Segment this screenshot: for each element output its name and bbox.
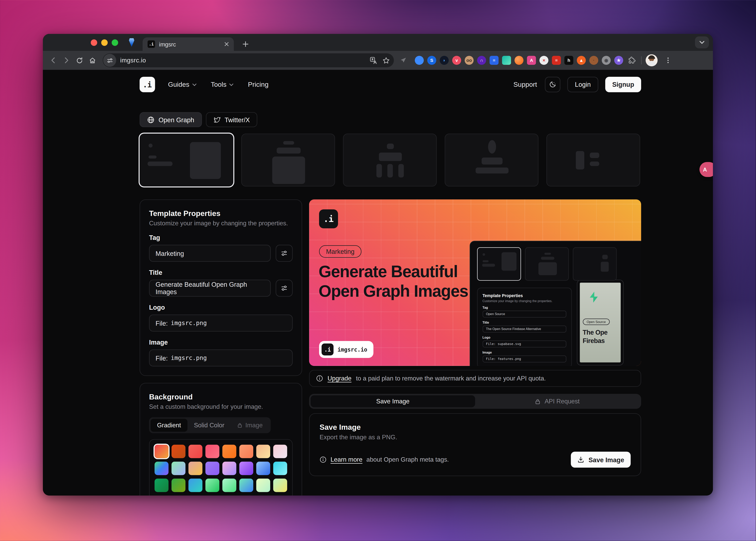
- imgsrc-logo[interactable]: .i: [140, 77, 155, 92]
- gradient-swatch-2[interactable]: [172, 445, 186, 458]
- gradient-swatch-17[interactable]: [155, 479, 169, 492]
- template-thumbnail-1[interactable]: [140, 134, 233, 187]
- gradient-swatch-21[interactable]: [222, 479, 236, 492]
- gradient-swatch-20[interactable]: [205, 479, 219, 492]
- preview-title: Generate Beautiful Open Graph Images: [319, 262, 468, 301]
- gradient-swatch-1[interactable]: [155, 445, 169, 458]
- gradient-swatch-15[interactable]: [256, 462, 270, 475]
- title-settings-button[interactable]: [276, 280, 293, 297]
- save-image-button[interactable]: Save Image: [571, 452, 631, 468]
- address-bar[interactable]: imgsrc.io: [103, 53, 394, 67]
- tag-input[interactable]: Marketing: [149, 245, 271, 262]
- gradient-swatch-19[interactable]: [189, 479, 203, 492]
- extension-icon-cookie[interactable]: ·: [589, 56, 598, 65]
- template-thumbnail-2[interactable]: [241, 134, 335, 187]
- gradient-swatch-13[interactable]: [222, 462, 236, 475]
- browser-menu-icon[interactable]: [662, 54, 675, 67]
- twitter-x-tab[interactable]: Twitter/X: [206, 112, 257, 127]
- gradient-swatch-24[interactable]: [273, 479, 287, 492]
- extension-icon-pin[interactable]: [415, 56, 424, 65]
- send-page-icon[interactable]: [397, 54, 410, 67]
- template-thumbnail-5[interactable]: [546, 134, 640, 187]
- floating-translate-widget[interactable]: A: [700, 162, 713, 177]
- solid-color-tab[interactable]: Solid Color: [188, 419, 231, 432]
- signup-button[interactable]: Signup: [605, 77, 641, 92]
- gradient-swatch-10[interactable]: [172, 462, 186, 475]
- extension-icon-orange[interactable]: [514, 56, 523, 65]
- gradient-swatch-14[interactable]: [239, 462, 253, 475]
- tab-close-icon[interactable]: [223, 41, 230, 48]
- api-request-tab[interactable]: API Request: [475, 395, 640, 407]
- login-button[interactable]: Login: [567, 77, 598, 92]
- gradient-swatch-12[interactable]: [205, 462, 219, 475]
- gradient-swatch-3[interactable]: [189, 445, 203, 458]
- minimize-window-button[interactable]: [101, 40, 108, 46]
- extension-icon-x-badge[interactable]: ×: [539, 56, 548, 65]
- save-image-tab[interactable]: Save Image: [311, 395, 475, 407]
- gradient-swatch-6[interactable]: [239, 445, 253, 458]
- extension-icon-teal[interactable]: [502, 56, 511, 65]
- save-card-title: Save Image: [320, 423, 631, 431]
- browser-tab[interactable]: .i imgsrc: [143, 38, 234, 51]
- forward-button[interactable]: [60, 54, 73, 67]
- nav-support[interactable]: Support: [513, 81, 537, 88]
- embedded-mini-title: The Ope Firebas: [583, 328, 608, 345]
- gradient-swatch-16[interactable]: [273, 462, 287, 475]
- extension-icon-doc-lock[interactable]: ≡: [489, 56, 498, 65]
- nav-tools[interactable]: Tools: [211, 81, 234, 88]
- logo-file-input[interactable]: File: imgsrc.png: [149, 315, 293, 331]
- learn-more-link[interactable]: Learn more: [331, 456, 363, 463]
- extension-icon-h[interactable]: h: [564, 56, 573, 65]
- upgrade-notice: Upgrade to a paid plan to remove the wat…: [309, 370, 641, 387]
- home-button[interactable]: [86, 54, 99, 67]
- close-window-button[interactable]: [91, 40, 97, 46]
- fullscreen-window-button[interactable]: [112, 40, 118, 46]
- nav-pricing[interactable]: Pricing: [248, 81, 269, 88]
- extension-icon-mask[interactable]: ∩: [477, 56, 486, 65]
- extension-icon-face[interactable]: oo: [465, 56, 473, 65]
- extension-icon-lighthouse[interactable]: ▲: [577, 56, 586, 65]
- nav-guides[interactable]: Guides: [168, 81, 197, 88]
- image-tab[interactable]: Image: [231, 419, 269, 432]
- extension-icon-crescent[interactable]: ◗: [440, 56, 449, 65]
- preview-logo: .i: [319, 210, 338, 228]
- gradient-swatch-5[interactable]: [222, 445, 236, 458]
- open-graph-tab[interactable]: Open Graph: [140, 112, 202, 127]
- gradient-swatch-11[interactable]: [189, 462, 203, 475]
- extensions-puzzle-icon[interactable]: [625, 54, 638, 67]
- gradient-swatch-9[interactable]: [155, 462, 169, 475]
- gradient-swatch-8[interactable]: [273, 445, 287, 458]
- extension-icon-reader[interactable]: ≡: [552, 56, 561, 65]
- theme-toggle-button[interactable]: [545, 77, 560, 92]
- translate-page-icon[interactable]: [370, 57, 378, 64]
- title-input[interactable]: Generate Beautiful Open Graph Images: [149, 280, 271, 297]
- extension-icon-shield[interactable]: v: [452, 56, 461, 65]
- site-settings-icon[interactable]: [103, 54, 116, 67]
- gradient-swatch-4[interactable]: [205, 445, 219, 458]
- url-text[interactable]: imgsrc.io: [120, 57, 366, 64]
- profile-avatar[interactable]: [646, 54, 658, 66]
- extension-icon-purple[interactable]: ★: [614, 56, 623, 65]
- extension-icon-translate[interactable]: A: [527, 56, 536, 65]
- upgrade-link[interactable]: Upgrade: [328, 375, 352, 382]
- template-thumbnails: [140, 134, 641, 187]
- template-thumbnail-3[interactable]: [343, 134, 437, 187]
- gradient-swatch-22[interactable]: [239, 479, 253, 492]
- template-thumbnail-4[interactable]: [445, 134, 538, 187]
- tab-search-button[interactable]: [695, 37, 709, 48]
- browser-window: .i imgsrc: [43, 34, 713, 496]
- tag-settings-button[interactable]: [276, 245, 293, 262]
- gradient-swatch-23[interactable]: [256, 479, 270, 492]
- lock-icon: [535, 399, 541, 404]
- gradient-swatch-7[interactable]: [256, 445, 270, 458]
- embedded-thumbnail-3: [573, 247, 617, 281]
- reload-button[interactable]: [73, 54, 86, 67]
- new-tab-button[interactable]: [240, 39, 250, 49]
- gradient-swatch-18[interactable]: [172, 479, 186, 492]
- image-file-input[interactable]: File: imgsrc.png: [149, 349, 293, 366]
- back-button[interactable]: [47, 54, 60, 67]
- extension-icon-gray[interactable]: ◉: [602, 56, 611, 65]
- gradient-tab[interactable]: Gradient: [151, 419, 188, 432]
- extension-icon-s[interactable]: S: [427, 56, 436, 65]
- bookmark-star-icon[interactable]: [382, 57, 390, 64]
